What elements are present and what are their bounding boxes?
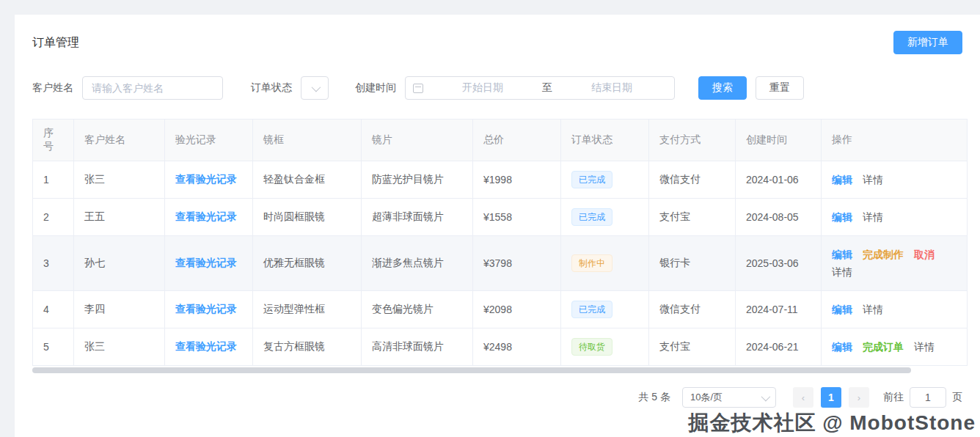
cell-customer: 李四 [74, 291, 165, 328]
cell-payment: 微信支付 [649, 291, 736, 328]
cell-price: ¥1998 [473, 161, 561, 199]
action-warning-link[interactable]: 完成制作 [863, 246, 904, 263]
table-row: 3孙七查看验光记录优雅无框眼镜渐进多焦点镜片¥3798制作中银行卡2025-03… [33, 236, 968, 291]
cell-created: 2024-08-05 [736, 199, 822, 236]
cell-customer: 张三 [74, 328, 165, 366]
action-default-link[interactable]: 详情 [863, 208, 883, 226]
action-danger-link[interactable]: 取消 [914, 246, 935, 263]
cell-actions: 编辑详情 [822, 161, 968, 199]
cell-record: 查看验光记录 [165, 161, 253, 199]
action-success-link[interactable]: 完成订单 [863, 338, 904, 356]
search-button[interactable]: 搜索 [698, 76, 747, 100]
pagination: 共 5 条 10条/页 ‹ 1 › 前往 页 [638, 387, 962, 408]
action-primary-link[interactable]: 编辑 [832, 246, 852, 263]
action-primary-link[interactable]: 编辑 [832, 171, 852, 188]
column-header: 镜框 [253, 120, 362, 161]
next-page-button[interactable]: › [849, 387, 869, 408]
prev-page-button[interactable]: ‹ [793, 387, 813, 408]
cell-index: 1 [33, 161, 74, 199]
column-header: 创建时间 [736, 120, 822, 161]
customer-name-input[interactable] [82, 76, 223, 100]
cell-price: ¥2098 [473, 291, 561, 328]
cell-status: 已完成 [561, 161, 649, 199]
cell-lens: 渐进多焦点镜片 [362, 236, 473, 291]
action-primary-link[interactable]: 编辑 [832, 338, 852, 356]
orders-table: 序号客户姓名验光记录镜框镜片总价订单状态支付方式创建时间操作 1张三查看验光记录… [32, 119, 968, 366]
column-header: 操作 [822, 120, 968, 161]
cell-record: 查看验光记录 [165, 291, 253, 328]
action-default-link[interactable]: 详情 [863, 301, 883, 318]
column-header: 验光记录 [165, 120, 253, 161]
end-date-placeholder[interactable]: 结束日期 [557, 81, 667, 95]
action-primary-link[interactable]: 编辑 [832, 208, 852, 226]
cell-customer: 张三 [74, 161, 165, 199]
horizontal-scrollbar[interactable] [32, 367, 911, 373]
chevron-down-icon [311, 82, 321, 92]
cell-price: ¥2498 [473, 328, 561, 366]
cell-index: 2 [33, 199, 74, 236]
filter-bar: 客户姓名 订单状态 创建时间 开始日期 至 结束日期 搜索 重置 [32, 76, 962, 100]
goto-label: 前往 [883, 391, 904, 404]
cell-frame: 优雅无框眼镜 [253, 236, 362, 291]
table-row: 2王五查看验光记录时尚圆框眼镜超薄非球面镜片¥1558已完成支付宝2024-08… [33, 199, 968, 236]
status-badge: 制作中 [571, 254, 612, 272]
cell-created: 2024-01-06 [736, 161, 822, 199]
cell-frame: 时尚圆框眼镜 [253, 199, 362, 236]
page-size-select[interactable]: 10条/页 [682, 387, 776, 408]
reset-button[interactable]: 重置 [756, 76, 804, 100]
column-header: 镜片 [362, 120, 473, 161]
orders-table-wrap: 序号客户姓名验光记录镜框镜片总价订单状态支付方式创建时间操作 1张三查看验光记录… [32, 119, 962, 373]
cell-created: 2024-07-11 [736, 291, 822, 328]
date-range-picker[interactable]: 开始日期 至 结束日期 [405, 76, 675, 100]
total-count-label: 共 5 条 [638, 391, 670, 404]
status-badge: 待取货 [571, 338, 612, 356]
goto-page-input[interactable] [910, 387, 946, 408]
status-badge: 已完成 [571, 301, 612, 318]
cell-index: 4 [33, 291, 74, 328]
cell-created: 2024-06-21 [736, 328, 822, 366]
cell-lens: 高清非球面镜片 [362, 328, 473, 366]
column-header: 订单状态 [561, 120, 649, 161]
created-time-label: 创建时间 [355, 81, 396, 95]
cell-lens: 变色偏光镜片 [362, 291, 473, 328]
action-default-link[interactable]: 详情 [914, 338, 935, 356]
column-header: 总价 [473, 120, 561, 161]
start-date-placeholder[interactable]: 开始日期 [428, 81, 538, 95]
cell-index: 3 [33, 236, 74, 291]
cell-actions: 编辑详情 [822, 199, 968, 236]
cell-created: 2025-03-06 [736, 236, 822, 291]
cell-status: 已完成 [561, 291, 649, 328]
column-header: 客户姓名 [74, 120, 165, 161]
view-record-link[interactable]: 查看验光记录 [175, 340, 237, 352]
cell-frame: 轻盈钛合金框 [253, 161, 362, 199]
goto-page: 前往 页 [883, 387, 962, 408]
cell-price: ¥3798 [473, 236, 561, 291]
view-record-link[interactable]: 查看验光记录 [175, 257, 237, 268]
status-badge: 已完成 [571, 171, 612, 188]
cell-customer: 王五 [74, 199, 165, 236]
cell-lens: 超薄非球面镜片 [362, 199, 473, 236]
order-management-card: 订单管理 新增订单 客户姓名 订单状态 创建时间 开始日期 至 结束日期 搜索 … [15, 15, 980, 437]
date-separator: 至 [538, 81, 557, 95]
cell-actions: 编辑详情 [822, 291, 968, 328]
page-size-value: 10条/页 [690, 391, 723, 404]
action-default-link[interactable]: 详情 [832, 263, 852, 281]
cell-customer: 孙七 [74, 236, 165, 291]
status-badge: 已完成 [571, 208, 612, 226]
cell-payment: 支付宝 [649, 328, 736, 366]
view-record-link[interactable]: 查看验光记录 [175, 303, 237, 315]
customer-name-label: 客户姓名 [32, 81, 73, 95]
cell-price: ¥1558 [473, 199, 561, 236]
cell-actions: 编辑完成订单详情 [822, 328, 968, 366]
page-number-1[interactable]: 1 [821, 387, 841, 408]
cell-status: 已完成 [561, 199, 649, 236]
action-default-link[interactable]: 详情 [863, 171, 883, 188]
action-primary-link[interactable]: 编辑 [832, 301, 852, 318]
cell-index: 5 [33, 328, 74, 366]
view-record-link[interactable]: 查看验光记录 [175, 173, 237, 185]
view-record-link[interactable]: 查看验光记录 [175, 210, 237, 222]
chevron-down-icon [761, 392, 771, 401]
add-order-button[interactable]: 新增订单 [893, 31, 962, 54]
order-status-select[interactable] [301, 76, 329, 100]
cell-record: 查看验光记录 [165, 199, 253, 236]
